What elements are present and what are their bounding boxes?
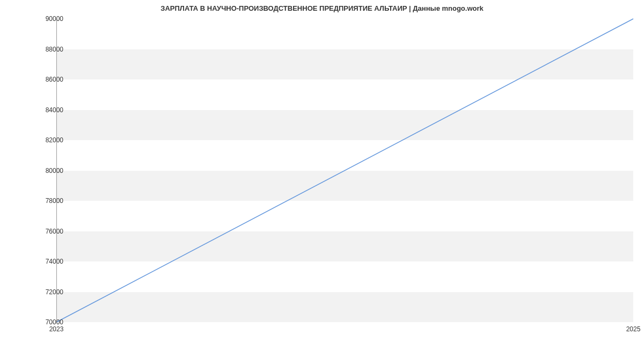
- y-tick-label: 78000: [36, 197, 63, 205]
- y-tick-label: 84000: [36, 106, 63, 114]
- y-tick-label: 86000: [36, 76, 63, 83]
- y-tick-label: 74000: [36, 258, 63, 265]
- y-tick-label: 82000: [36, 136, 63, 144]
- y-tick-label: 80000: [36, 167, 63, 174]
- y-tick-label: 90000: [36, 15, 63, 23]
- chart-line-svg: [56, 19, 633, 322]
- y-tick-label: 76000: [36, 228, 63, 235]
- y-tick-label: 70000: [36, 318, 63, 326]
- chart-plot-area: [56, 19, 633, 322]
- x-tick-label: 2025: [626, 325, 641, 333]
- y-tick-label: 72000: [36, 288, 63, 296]
- y-tick-label: 88000: [36, 46, 63, 53]
- chart-title: ЗАРПЛАТА В НАУЧНО-ПРОИЗВОДСТВЕННОЕ ПРЕДП…: [0, 0, 644, 12]
- data-line: [56, 19, 633, 322]
- x-tick-label: 2023: [49, 325, 64, 333]
